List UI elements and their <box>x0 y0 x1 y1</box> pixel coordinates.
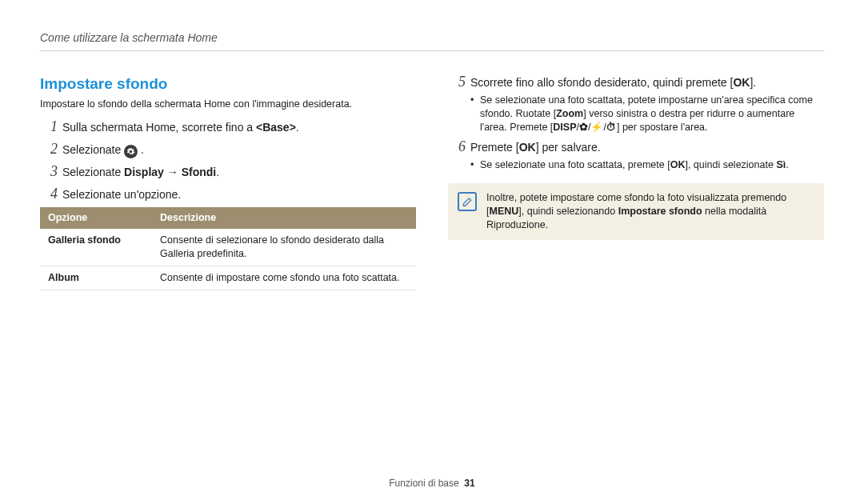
substep: • Se selezionate una foto scattata, pote… <box>470 94 824 134</box>
description-cell: Consente di impostare come sfondo una fo… <box>152 266 416 290</box>
note-text: Inoltre, potete impostare come sfondo la… <box>486 191 814 232</box>
step-number: 2 <box>40 141 58 158</box>
text: Premete [ <box>470 141 519 154</box>
text: Selezionate un'opzione. <box>62 188 181 201</box>
disp-button-glyph: DISP <box>553 122 576 133</box>
steps-list-right: 5 Scorrete fino allo sfondo desiderato, … <box>448 74 824 172</box>
option-cell: Galleria sfondo <box>40 229 152 266</box>
note-box: Inoltre, potete impostare come sfondo la… <box>448 183 824 240</box>
left-column: Impostare sfondo Impostare lo sfondo del… <box>40 74 416 290</box>
right-column: 5 Scorrete fino allo sfondo desiderato, … <box>448 74 824 290</box>
step-body: Selezionate . <box>62 141 416 158</box>
text: ], quindi selezionando <box>518 206 618 217</box>
bullet-icon: • <box>470 94 480 107</box>
page-header: Come utilizzare la schermata Home <box>40 30 824 51</box>
step-5: 5 Scorrete fino allo sfondo desiderato, … <box>448 74 824 134</box>
page: Come utilizzare la schermata Home Impost… <box>0 0 864 504</box>
col-header-option: Opzione <box>40 207 152 229</box>
macro-icon: ✿ <box>579 122 588 133</box>
col-header-description: Descrizione <box>152 207 416 229</box>
timer-icon: ⏱ <box>606 122 617 133</box>
text: Selezionate <box>62 143 124 156</box>
step-4: 4 Selezionate un'opzione. <box>40 186 416 203</box>
table-header-row: Opzione Descrizione <box>40 207 416 229</box>
step-2: 2 Selezionate . <box>40 141 416 158</box>
menu-button-glyph: MENU <box>489 206 518 217</box>
text: Se selezionate una foto scattata, premet… <box>480 159 670 170</box>
zoom-label: Zoom <box>556 108 583 119</box>
text: ]. <box>750 76 756 89</box>
steps-list-left: 1 Sulla schermata Home, scorrete fino a … <box>40 118 416 202</box>
substep: • Se selezionate una foto scattata, prem… <box>470 158 824 172</box>
text: Sulla schermata Home, scorrete fino a <box>62 121 256 134</box>
ok-button-glyph: OK <box>519 141 536 154</box>
table-row: Galleria sfondo Consente di selezionare … <box>40 229 416 266</box>
text: . <box>296 121 299 134</box>
impostare-sfondo-label: Impostare sfondo <box>618 206 702 217</box>
section-subtitle: Impostare lo sfondo della schermata Home… <box>40 98 416 111</box>
text: Se selezionate una foto scattata, premet… <box>480 158 789 172</box>
bullet-icon: • <box>470 158 480 172</box>
options-table: Opzione Descrizione Galleria sfondo Cons… <box>40 207 416 290</box>
step-body: Selezionate Display → Sfondi. <box>62 163 416 180</box>
ok-button-glyph: OK <box>733 76 750 89</box>
page-number: 31 <box>464 478 474 489</box>
step-body: Premete [OK] per salvare. • Se seleziona… <box>470 138 824 172</box>
gear-icon <box>124 145 138 158</box>
table-row: Album Consente di impostare come sfondo … <box>40 266 416 290</box>
step-number: 1 <box>40 118 58 136</box>
text: ] per spostare l'area. <box>617 122 708 133</box>
step-body: Scorrete fino allo sfondo desiderato, qu… <box>470 74 824 134</box>
description-cell: Consente di selezionare lo sfondo deside… <box>152 229 416 266</box>
step-6: 6 Premete [OK] per salvare. • Se selezio… <box>448 138 824 172</box>
text: Selezionate <box>62 166 124 178</box>
text: . <box>141 143 144 156</box>
flash-icon: ⚡ <box>590 122 603 133</box>
ok-button-glyph: OK <box>670 159 686 170</box>
step-body: Sulla schermata Home, scorrete fino a <B… <box>62 118 416 135</box>
yes-label: Sì <box>776 159 786 170</box>
step-number: 6 <box>448 138 466 156</box>
base-label: <Base> <box>256 121 296 134</box>
text: . <box>786 159 788 170</box>
step-number: 4 <box>40 186 58 203</box>
step-3: 3 Selezionate Display → Sfondi. <box>40 163 416 181</box>
option-cell: Album <box>40 266 152 290</box>
section-title: Impostare sfondo <box>40 74 416 94</box>
note-icon <box>458 192 477 211</box>
step-1: 1 Sulla schermata Home, scorrete fino a … <box>40 118 416 136</box>
content-columns: Impostare sfondo Impostare lo sfondo del… <box>40 74 824 290</box>
display-sfondi-label: Display → Sfondi <box>124 166 216 178</box>
text: Scorrete fino allo sfondo desiderato, qu… <box>470 76 733 89</box>
step-number: 3 <box>40 163 58 181</box>
page-footer: Funzioni di base 31 <box>0 477 864 490</box>
step-body: Selezionate un'opzione. <box>62 186 416 202</box>
step-number: 5 <box>448 74 466 91</box>
text: . <box>216 166 219 178</box>
text: ], quindi selezionate <box>685 159 776 170</box>
footer-label: Funzioni di base <box>389 478 458 489</box>
text: ] per salvare. <box>536 141 601 154</box>
text: Se selezionate una foto scattata, potete… <box>480 94 824 134</box>
